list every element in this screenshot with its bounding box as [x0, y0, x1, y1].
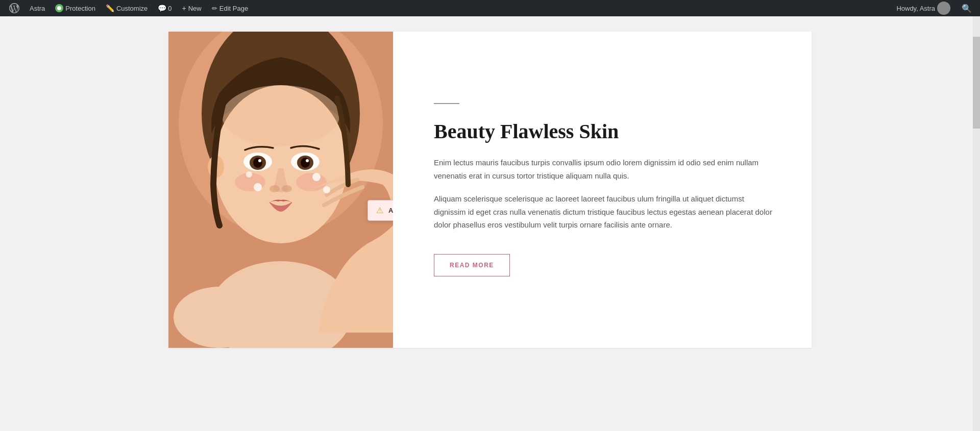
- astra-menu-item[interactable]: Astra: [24, 0, 50, 16]
- edit-page-label: Edit Page: [219, 5, 248, 12]
- svg-point-7: [222, 85, 339, 146]
- edit-icon: ✏: [212, 5, 217, 12]
- howdy-item[interactable]: Howdy, Astra: [891, 0, 955, 16]
- adminbar-right: Howdy, Astra 🔍: [891, 0, 976, 16]
- hero-image: [168, 32, 393, 348]
- scrollbar-track[interactable]: [973, 16, 980, 431]
- svg-point-14: [301, 158, 310, 168]
- customize-menu-item[interactable]: ✏️ Customize: [101, 0, 153, 16]
- protection-menu-item[interactable]: Protection: [50, 0, 101, 16]
- avatar: [937, 2, 950, 15]
- edit-page-menu-item[interactable]: ✏ Edit Page: [207, 0, 253, 16]
- new-label: New: [188, 5, 202, 12]
- svg-point-24: [246, 171, 252, 178]
- read-more-button[interactable]: READ MORE: [434, 254, 510, 276]
- alert-container: ⚠ ALERT: Content is protected !!: [368, 200, 393, 221]
- new-menu-item[interactable]: + New: [177, 0, 207, 16]
- article-paragraph-2: Aliquam scelerisque scelerisque ac laore…: [434, 192, 776, 232]
- svg-point-21: [312, 173, 321, 181]
- wp-logo-icon: [9, 3, 19, 13]
- plus-icon: +: [182, 4, 186, 12]
- scrollbar-thumb[interactable]: [973, 37, 980, 129]
- svg-point-4: [174, 287, 265, 348]
- svg-point-16: [270, 185, 280, 192]
- svg-point-15: [306, 159, 309, 162]
- article-paragraph-1: Enim lectus mauris faucibus turpis conva…: [434, 156, 776, 182]
- admin-bar: Astra Protection ✏️ Customize 💬 0 + New …: [0, 0, 980, 16]
- comments-menu-item[interactable]: 💬 0: [153, 0, 177, 16]
- image-section: ⚠ ALERT: Content is protected !!: [168, 32, 393, 348]
- svg-point-19: [296, 173, 327, 191]
- wp-logo-item[interactable]: [4, 0, 24, 16]
- pencil-icon: ✏️: [106, 4, 114, 12]
- warning-icon: ⚠: [376, 206, 383, 215]
- svg-point-10: [253, 158, 262, 168]
- astra-label: Astra: [30, 5, 45, 12]
- article-title: Beauty Flawless Skin: [434, 119, 776, 144]
- comments-count: 0: [168, 5, 172, 12]
- protection-shield-icon: [55, 4, 63, 12]
- divider-line: [434, 103, 459, 104]
- svg-point-23: [254, 183, 262, 191]
- text-section: Beauty Flawless Skin Enim lectus mauris …: [393, 32, 812, 348]
- svg-point-22: [323, 186, 330, 193]
- svg-point-11: [258, 159, 261, 162]
- woman-illustration: [168, 32, 393, 348]
- protection-label: Protection: [65, 5, 95, 12]
- search-button[interactable]: 🔍: [958, 4, 976, 13]
- customize-label: Customize: [116, 5, 148, 12]
- svg-point-17: [282, 185, 292, 192]
- alert-label: ALERT: Content is protected !!: [388, 207, 393, 214]
- comment-icon: 💬: [158, 4, 166, 12]
- howdy-label: Howdy, Astra: [896, 5, 935, 12]
- page-wrapper: ⚠ ALERT: Content is protected !! Beauty …: [0, 16, 980, 431]
- content-card: ⚠ ALERT: Content is protected !! Beauty …: [168, 32, 812, 348]
- alert-box: ⚠ ALERT: Content is protected !!: [368, 200, 393, 221]
